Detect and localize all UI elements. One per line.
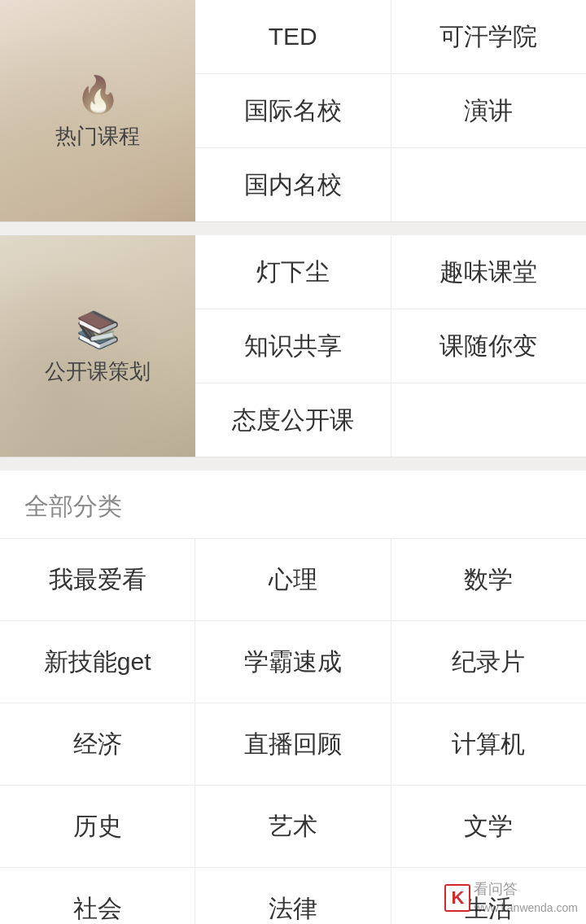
hot-courses-label: 热门课程 — [55, 122, 140, 151]
cat-row: 经济 直播回顾 计算机 — [0, 703, 586, 786]
open-courses-left: 公开课策划 — [0, 235, 195, 457]
watermark-text: 看问答www.kanwenda.com — [474, 879, 578, 916]
cat-cell-history[interactable]: 历史 — [0, 786, 195, 867]
open-courses-section: 公开课策划 灯下尘 趣味课堂 知识共享 课随你变 态度公开课 — [0, 235, 586, 458]
menu-cell-kesui[interactable]: 课随你变 — [391, 309, 587, 383]
menu-cell-ted[interactable]: TED — [195, 0, 391, 73]
cat-cell-newskill[interactable]: 新技能get — [0, 621, 195, 703]
menu-row: 灯下尘 趣味课堂 — [195, 235, 586, 309]
menu-cell-speech[interactable]: 演讲 — [391, 74, 587, 147]
menu-row: 国际名校 演讲 — [195, 74, 586, 148]
cat-cell-computer[interactable]: 计算机 — [391, 703, 586, 785]
menu-cell-khan[interactable]: 可汗学院 — [391, 0, 587, 73]
watermark-icon: K — [444, 884, 470, 912]
menu-cell-intl[interactable]: 国际名校 — [195, 74, 391, 147]
open-courses-left-content: 公开课策划 — [45, 306, 151, 386]
cat-cell-society[interactable]: 社会 — [0, 868, 195, 924]
cat-cell-studyhack[interactable]: 学霸速成 — [195, 621, 391, 703]
section-gap — [0, 222, 586, 235]
menu-cell-dengxachen[interactable]: 灯下尘 — [195, 235, 391, 309]
watermark: K 看问答www.kanwenda.com — [444, 879, 578, 916]
menu-row: 知识共享 课随你变 — [195, 309, 586, 383]
cat-cell-literature[interactable]: 文学 — [391, 786, 586, 867]
flame-icon — [76, 71, 120, 116]
cat-row: 历史 艺术 文学 — [0, 786, 586, 868]
cat-row: 我最爱看 心理 数学 — [0, 539, 586, 621]
cat-cell-math[interactable]: 数学 — [391, 539, 586, 620]
menu-row: 国内名校 — [195, 148, 586, 221]
section-gap-2 — [0, 458, 586, 471]
cat-cell-economy[interactable]: 经济 — [0, 703, 195, 785]
books-icon — [76, 306, 120, 351]
menu-row: 态度公开课 — [195, 383, 586, 457]
cat-cell-favorite[interactable]: 我最爱看 — [0, 539, 195, 620]
hot-courses-left: 热门课程 — [0, 0, 195, 221]
cat-cell-documentary[interactable]: 纪录片 — [391, 621, 586, 703]
all-categories-section: 全部分类 我最爱看 心理 数学 新技能get 学霸速成 纪录片 经济 直播回顾 … — [0, 471, 586, 924]
hot-courses-left-content: 热门课程 — [55, 71, 140, 151]
cat-cell-live-replay[interactable]: 直播回顾 — [195, 703, 391, 785]
menu-cell-domestic[interactable]: 国内名校 — [195, 148, 391, 221]
categories-grid: 我最爱看 心理 数学 新技能get 学霸速成 纪录片 经济 直播回顾 计算机 历… — [0, 539, 586, 924]
menu-cell-zhishi[interactable]: 知识共享 — [195, 309, 391, 383]
cat-cell-art[interactable]: 艺术 — [195, 786, 391, 867]
open-courses-label: 公开课策划 — [45, 357, 151, 386]
menu-cell-empty — [391, 148, 587, 221]
menu-cell-empty — [391, 383, 587, 457]
open-courses-right: 灯下尘 趣味课堂 知识共享 课随你变 态度公开课 — [195, 235, 586, 457]
all-categories-title: 全部分类 — [0, 471, 586, 539]
hot-courses-section: 热门课程 TED 可汗学院 国际名校 演讲 国内名校 — [0, 0, 586, 222]
menu-cell-taidu[interactable]: 态度公开课 — [195, 383, 391, 457]
cat-cell-psychology[interactable]: 心理 — [195, 539, 391, 620]
cat-row: 新技能get 学霸速成 纪录片 — [0, 621, 586, 703]
cat-cell-law[interactable]: 法律 — [195, 868, 391, 924]
menu-row: TED 可汗学院 — [195, 0, 586, 74]
watermark-url: www.kanwenda.com — [474, 901, 578, 914]
menu-cell-quwei[interactable]: 趣味课堂 — [391, 235, 587, 309]
hot-courses-right: TED 可汗学院 国际名校 演讲 国内名校 — [195, 0, 586, 221]
